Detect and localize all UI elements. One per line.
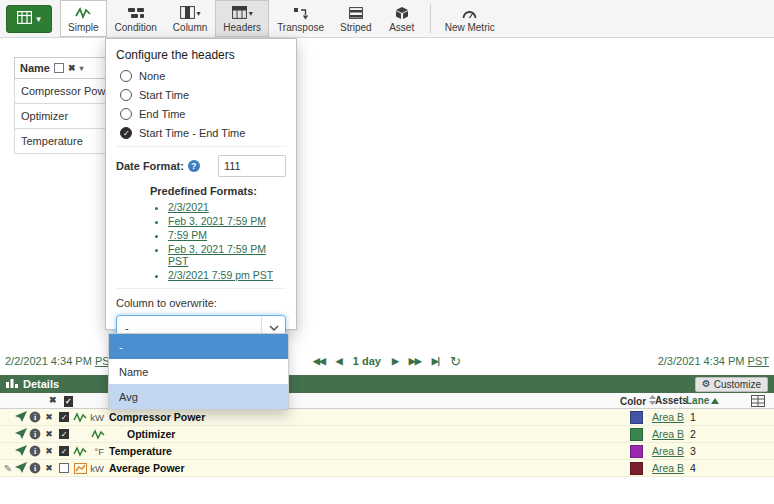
radio-start-end-time[interactable]: Start Time - End Time	[120, 127, 286, 139]
asset-link[interactable]: Area B	[652, 411, 684, 423]
detail-row[interactable]: i ✖ ✓ Optimizer Area B 2	[0, 426, 774, 443]
headers-icon	[232, 6, 247, 21]
new-metric-button[interactable]: New Metric	[437, 0, 503, 37]
remove-icon[interactable]: ✖	[42, 446, 56, 456]
radio-none[interactable]: None	[120, 70, 286, 82]
info-icon[interactable]: i	[28, 428, 42, 440]
item-name[interactable]: Temperature	[106, 445, 172, 457]
list-item: 7:59 PM	[168, 229, 286, 241]
remove-column-icon[interactable]: ✖	[68, 63, 76, 73]
color-swatch[interactable]	[630, 411, 643, 424]
radio-icon[interactable]	[120, 108, 132, 120]
color-column-label: Color	[620, 396, 646, 407]
asset-link[interactable]: Area B	[652, 445, 684, 457]
striped-button-label: Striped	[340, 22, 372, 33]
item-name[interactable]: Average Power	[106, 462, 184, 474]
striped-button[interactable]: Striped	[332, 0, 380, 37]
predefined-format-link[interactable]: Feb 3, 2021 7:59 PM PST	[168, 243, 266, 267]
radio-icon[interactable]	[120, 89, 132, 101]
color-swatch[interactable]	[630, 462, 643, 475]
timezone-link[interactable]: PST	[748, 355, 769, 367]
row-checkbox[interactable]: ✓	[59, 412, 69, 422]
remove-all-icon[interactable]: ✖	[49, 395, 57, 405]
column-button[interactable]: ▾ Column	[165, 0, 215, 37]
columns-icon[interactable]	[751, 395, 765, 409]
pan-back-button[interactable]: ◀	[336, 356, 342, 366]
row-checkbox[interactable]: ✓	[59, 429, 69, 439]
asset-link[interactable]: Area B	[652, 462, 684, 474]
headers-button[interactable]: ▾ Headers	[215, 0, 269, 37]
column-icon	[180, 6, 195, 21]
radio-start-time[interactable]: Start Time	[120, 89, 286, 101]
range-end: 2/3/2021 4:34 PM PST	[658, 355, 769, 367]
column-checkbox[interactable]	[54, 63, 64, 73]
date-format-input[interactable]	[218, 155, 286, 177]
remove-icon[interactable]: ✖	[42, 412, 56, 422]
pan-back-full-button[interactable]: ◀◀	[313, 356, 325, 366]
help-icon[interactable]: ?	[188, 160, 200, 172]
row-checkbox[interactable]	[59, 463, 69, 473]
table-view-button[interactable]: ▾	[6, 5, 52, 33]
row-checkbox[interactable]: ✓	[59, 446, 69, 456]
transpose-icon	[293, 5, 308, 21]
asset-button[interactable]: Asset	[380, 0, 424, 37]
navigate-icon[interactable]	[14, 462, 28, 474]
info-icon[interactable]: i	[28, 411, 42, 423]
signal-icon	[72, 412, 88, 423]
remove-icon[interactable]: ✖	[42, 429, 56, 439]
radio-end-time[interactable]: End Time	[120, 108, 286, 120]
item-name[interactable]: Optimizer	[124, 428, 175, 440]
pan-forward-full-button[interactable]: ▶▶	[409, 356, 421, 366]
option-avg[interactable]: Avg	[109, 384, 288, 409]
gear-icon: ⚙	[702, 379, 711, 389]
option-dash[interactable]: -	[109, 334, 288, 359]
color-column-header[interactable]: Color	[620, 395, 656, 407]
refresh-icon[interactable]: ↻	[450, 354, 461, 369]
navigate-icon[interactable]	[14, 428, 28, 440]
checkbox-checked[interactable]: ✓	[64, 396, 73, 407]
navigate-icon[interactable]	[14, 445, 28, 457]
chevron-down-icon[interactable]: ▾	[80, 64, 84, 73]
item-name[interactable]: Compressor Power	[106, 411, 205, 423]
customize-button[interactable]: ⚙ Customize	[695, 377, 768, 392]
predefined-format-link[interactable]: 2/3/2021 7:59 pm PST	[168, 269, 273, 281]
select-all-checkbox[interactable]: ✓	[64, 395, 73, 406]
range-navigation: ◀◀ ◀ 1 day ▶ ▶▶ ▶| ↻	[313, 354, 461, 369]
info-icon[interactable]: i	[28, 462, 42, 474]
list-item: 2/3/2021	[168, 201, 286, 213]
detail-row[interactable]: ✎ i ✖ kW Average Power Area B 4	[0, 460, 774, 477]
tab-simple[interactable]: Simple	[60, 0, 107, 37]
navigate-icon[interactable]	[14, 411, 28, 423]
asset-icon	[395, 5, 409, 21]
color-swatch[interactable]	[630, 428, 643, 441]
lane-column-header[interactable]: Lane	[686, 395, 719, 406]
unit-label: kW	[88, 412, 106, 423]
radio-icon[interactable]	[120, 70, 132, 82]
detail-row[interactable]: i ✖ ✓ °F Temperature Area B 3	[0, 443, 774, 460]
tab-condition[interactable]: Condition	[107, 0, 165, 37]
predefined-format-link[interactable]: 7:59 PM	[168, 229, 207, 241]
option-name[interactable]: Name	[109, 359, 288, 384]
unit-label: kW	[88, 463, 106, 474]
duration-label[interactable]: 1 day	[353, 355, 381, 367]
remove-icon[interactable]: ✖	[42, 463, 56, 473]
go-to-now-button[interactable]: ▶|	[432, 356, 439, 366]
column-button-label: Column	[173, 22, 207, 33]
predefined-format-link[interactable]: 2/3/2021	[168, 201, 209, 213]
builder-row-label: Compressor Power	[21, 85, 115, 97]
lane-value: 1	[690, 411, 696, 423]
list-item: Feb 3, 2021 7:59 PM	[168, 215, 286, 227]
transpose-button[interactable]: Transpose	[269, 0, 332, 37]
info-icon[interactable]: i	[28, 445, 42, 457]
edit-icon[interactable]: ✎	[2, 463, 14, 474]
detail-row[interactable]: i ✖ ✓ kW Compressor Power Area B 1	[0, 409, 774, 426]
radio-selected-icon[interactable]	[120, 127, 132, 139]
date-format-label: Date Format:	[116, 160, 184, 172]
column-overwrite-label: Column to overwrite:	[116, 288, 286, 309]
assets-column-header[interactable]: Assets	[655, 395, 688, 406]
color-swatch[interactable]	[630, 445, 643, 458]
asset-link[interactable]: Area B	[652, 428, 684, 440]
sort-asc-icon	[711, 395, 719, 406]
predefined-format-link[interactable]: Feb 3, 2021 7:59 PM	[168, 215, 266, 227]
pan-forward-button[interactable]: ▶	[392, 356, 398, 366]
